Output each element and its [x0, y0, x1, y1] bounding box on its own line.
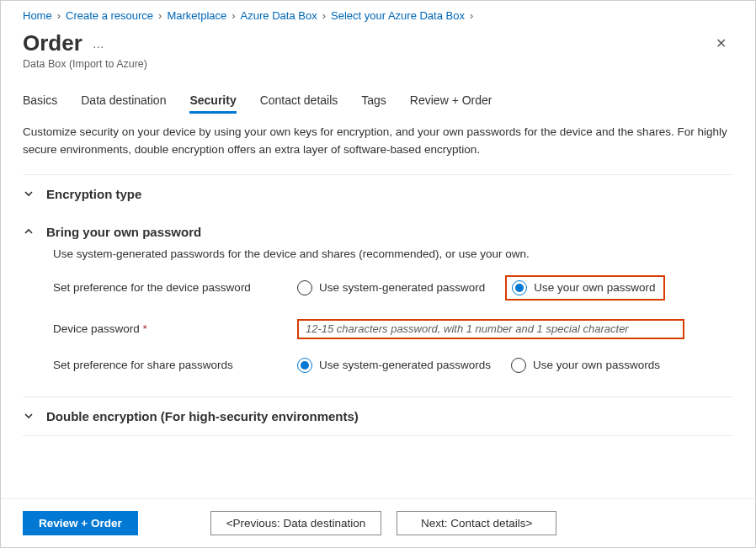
tab-security[interactable]: Security [189, 88, 236, 112]
radio-label: Use your own passwords [533, 359, 660, 371]
chevron-right-icon: › [322, 9, 326, 22]
section-double-encryption[interactable]: Double encryption (For high-security env… [23, 397, 733, 435]
breadcrumb-marketplace[interactable]: Marketplace [167, 9, 226, 22]
chevron-up-icon [23, 226, 35, 237]
divider [23, 435, 733, 436]
tab-data-destination[interactable]: Data destination [81, 88, 166, 112]
review-order-button[interactable]: Review + Order [23, 511, 138, 535]
breadcrumb: Home › Create a resource › Marketplace ›… [23, 9, 733, 22]
tab-tags[interactable]: Tags [361, 88, 386, 112]
tabs: Basics Data destination Security Contact… [23, 88, 733, 112]
label-share-password-pref: Set preference for share passwords [53, 359, 297, 371]
close-icon[interactable]: ✕ [709, 32, 733, 55]
radio-share-own[interactable]: Use your own passwords [511, 358, 660, 373]
byop-description: Use system-generated passwords for the d… [53, 247, 733, 260]
device-password-input[interactable] [297, 319, 684, 339]
section-byop[interactable]: Bring your own password [23, 213, 733, 247]
section-title: Bring your own password [46, 225, 201, 239]
radio-device-sys[interactable]: Use system-generated password [297, 280, 485, 295]
section-title: Encryption type [46, 187, 141, 201]
chevron-right-icon: › [57, 9, 61, 22]
previous-button[interactable]: <Previous: Data destination [210, 511, 381, 535]
chevron-down-icon [23, 188, 35, 200]
radio-device-own[interactable]: Use your own password [505, 275, 665, 301]
label-device-password: Device password * [53, 322, 297, 335]
next-button[interactable]: Next: Contact details> [397, 511, 556, 535]
radio-share-sys[interactable]: Use system-generated passwords [297, 358, 491, 373]
section-byop-body: Use system-generated passwords for the d… [23, 247, 733, 396]
chevron-right-icon: › [470, 9, 473, 22]
breadcrumb-azure-data-box[interactable]: Azure Data Box [241, 9, 317, 22]
tab-review-order[interactable]: Review + Order [410, 88, 492, 112]
label-device-password-pref: Set preference for the device password [53, 281, 297, 294]
tab-description: Customize security on your device by usi… [23, 124, 733, 159]
radio-label: Use your own password [534, 281, 655, 294]
breadcrumb-select-data-box[interactable]: Select your Azure Data Box [331, 9, 465, 22]
tab-contact-details[interactable]: Contact details [260, 88, 338, 112]
chevron-down-icon [23, 410, 35, 422]
section-title: Double encryption (For high-security env… [46, 409, 359, 423]
radio-label: Use system-generated passwords [319, 359, 491, 371]
tab-basics[interactable]: Basics [23, 88, 57, 112]
section-encryption-type[interactable]: Encryption type [23, 175, 733, 213]
chevron-right-icon: › [158, 9, 162, 22]
page-title: Order [23, 30, 83, 56]
chevron-right-icon: › [232, 9, 235, 22]
footer: Review + Order <Previous: Data destinati… [1, 498, 755, 547]
page-subtitle: Data Box (Import to Azure) [23, 58, 733, 70]
radio-label: Use system-generated password [319, 281, 485, 294]
breadcrumb-create-resource[interactable]: Create a resource [66, 9, 153, 22]
breadcrumb-home[interactable]: Home [23, 9, 52, 22]
more-icon[interactable]: … [93, 37, 104, 51]
